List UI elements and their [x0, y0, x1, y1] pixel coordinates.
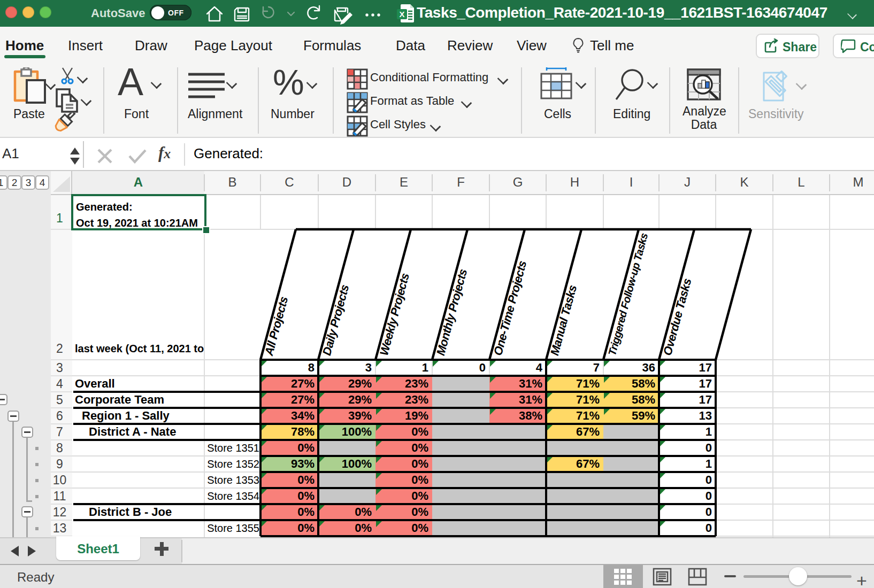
svg-text:X: X — [399, 10, 404, 19]
